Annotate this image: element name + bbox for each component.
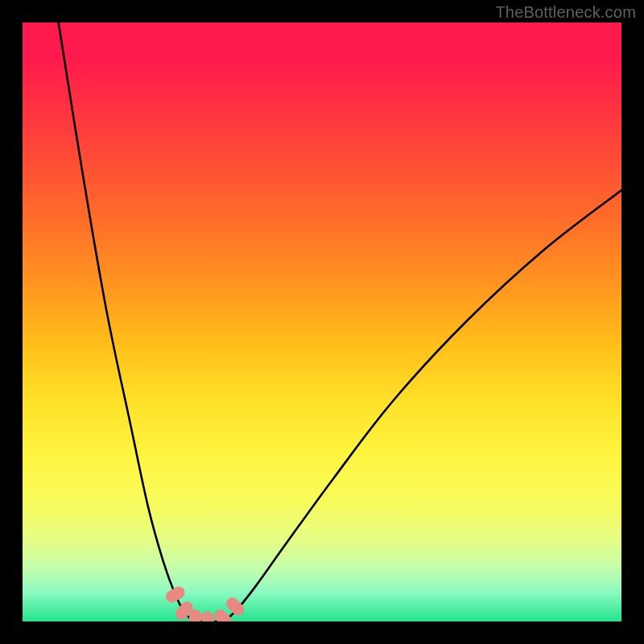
attribution-text: TheBottleneck.com	[495, 3, 636, 22]
valley-marker	[225, 596, 246, 617]
valley-marker	[200, 611, 215, 621]
curve-layer	[23, 23, 621, 621]
bottleneck-curve	[59, 23, 621, 621]
plot-area	[23, 23, 621, 621]
chart-frame: TheBottleneck.com	[0, 0, 644, 644]
valley-marker	[164, 585, 187, 605]
